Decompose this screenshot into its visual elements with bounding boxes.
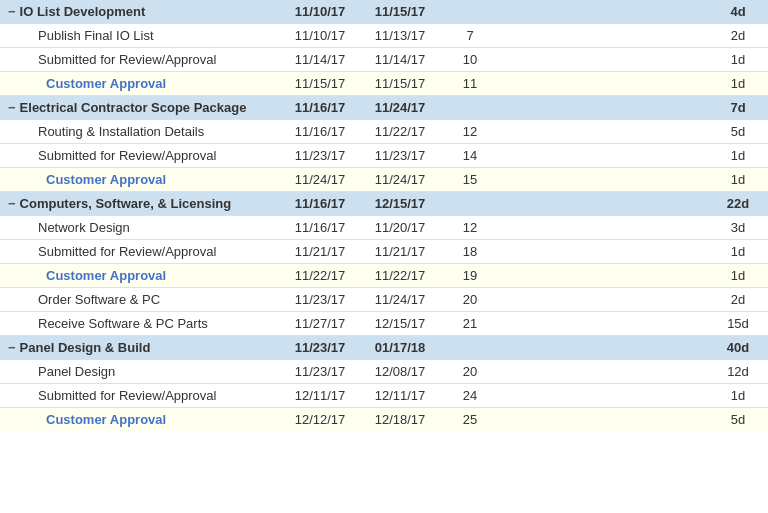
group-name: −Computers, Software, & Licensing <box>0 192 280 216</box>
spacer <box>500 48 708 72</box>
duration: 3d <box>708 216 768 240</box>
spacer <box>500 24 708 48</box>
predecessor: 20 <box>440 288 500 312</box>
duration: 2d <box>708 24 768 48</box>
start-date: 11/27/17 <box>280 312 360 336</box>
finish-date: 11/21/17 <box>360 240 440 264</box>
start-date: 11/16/17 <box>280 192 360 216</box>
predecessor: 15 <box>440 168 500 192</box>
spacer <box>500 312 708 336</box>
finish-date: 01/17/18 <box>360 336 440 360</box>
predecessor: 19 <box>440 264 500 288</box>
start-date: 11/21/17 <box>280 240 360 264</box>
task-name: Receive Software & PC Parts <box>0 312 280 336</box>
finish-date: 11/23/17 <box>360 144 440 168</box>
approval-name: Customer Approval <box>0 72 280 96</box>
predecessor: 11 <box>440 72 500 96</box>
task-name: Order Software & PC <box>0 288 280 312</box>
duration: 7d <box>708 96 768 120</box>
collapse-icon[interactable]: − <box>8 340 16 355</box>
task-name: Submitted for Review/Approval <box>0 48 280 72</box>
start-date: 11/22/17 <box>280 264 360 288</box>
task-name: Panel Design <box>0 360 280 384</box>
start-date: 11/23/17 <box>280 360 360 384</box>
group-name: −IO List Development <box>0 0 280 24</box>
duration: 1d <box>708 264 768 288</box>
finish-date: 11/24/17 <box>360 168 440 192</box>
predecessor: 24 <box>440 384 500 408</box>
duration: 12d <box>708 360 768 384</box>
collapse-icon[interactable]: − <box>8 196 16 211</box>
task-name: Routing & Installation Details <box>0 120 280 144</box>
task-name: Submitted for Review/Approval <box>0 240 280 264</box>
spacer <box>500 168 708 192</box>
finish-date: 12/15/17 <box>360 192 440 216</box>
task-name: Submitted for Review/Approval <box>0 144 280 168</box>
predecessor <box>440 336 500 360</box>
start-date: 11/16/17 <box>280 120 360 144</box>
collapse-icon[interactable]: − <box>8 100 16 115</box>
start-date: 11/16/17 <box>280 216 360 240</box>
finish-date: 11/20/17 <box>360 216 440 240</box>
predecessor <box>440 0 500 24</box>
duration: 15d <box>708 312 768 336</box>
collapse-icon[interactable]: − <box>8 4 16 19</box>
predecessor: 18 <box>440 240 500 264</box>
spacer <box>500 72 708 96</box>
start-date: 11/23/17 <box>280 336 360 360</box>
approval-name: Customer Approval <box>0 264 280 288</box>
task-name: Publish Final IO List <box>0 24 280 48</box>
group-name: −Electrical Contractor Scope Package <box>0 96 280 120</box>
spacer <box>500 96 708 120</box>
start-date: 11/23/17 <box>280 144 360 168</box>
duration: 1d <box>708 144 768 168</box>
group-name: −Panel Design & Build <box>0 336 280 360</box>
task-name: Submitted for Review/Approval <box>0 384 280 408</box>
predecessor: 14 <box>440 144 500 168</box>
spacer <box>500 336 708 360</box>
finish-date: 11/24/17 <box>360 288 440 312</box>
spacer <box>500 192 708 216</box>
finish-date: 11/15/17 <box>360 0 440 24</box>
finish-date: 11/24/17 <box>360 96 440 120</box>
duration: 1d <box>708 384 768 408</box>
start-date: 12/12/17 <box>280 408 360 432</box>
duration: 4d <box>708 0 768 24</box>
start-date: 11/10/17 <box>280 24 360 48</box>
approval-name: Customer Approval <box>0 408 280 432</box>
start-date: 11/23/17 <box>280 288 360 312</box>
duration: 1d <box>708 72 768 96</box>
spacer <box>500 384 708 408</box>
task-name: Network Design <box>0 216 280 240</box>
duration: 1d <box>708 168 768 192</box>
duration: 5d <box>708 120 768 144</box>
finish-date: 12/08/17 <box>360 360 440 384</box>
finish-date: 11/22/17 <box>360 120 440 144</box>
spacer <box>500 0 708 24</box>
predecessor: 7 <box>440 24 500 48</box>
predecessor: 12 <box>440 120 500 144</box>
spacer <box>500 120 708 144</box>
finish-date: 11/22/17 <box>360 264 440 288</box>
duration: 22d <box>708 192 768 216</box>
finish-date: 12/18/17 <box>360 408 440 432</box>
start-date: 11/15/17 <box>280 72 360 96</box>
duration: 1d <box>708 48 768 72</box>
predecessor <box>440 192 500 216</box>
spacer <box>500 360 708 384</box>
start-date: 11/14/17 <box>280 48 360 72</box>
start-date: 11/16/17 <box>280 96 360 120</box>
start-date: 11/24/17 <box>280 168 360 192</box>
predecessor: 20 <box>440 360 500 384</box>
duration: 5d <box>708 408 768 432</box>
spacer <box>500 408 708 432</box>
approval-name: Customer Approval <box>0 168 280 192</box>
spacer <box>500 288 708 312</box>
finish-date: 12/15/17 <box>360 312 440 336</box>
start-date: 12/11/17 <box>280 384 360 408</box>
predecessor: 21 <box>440 312 500 336</box>
predecessor: 10 <box>440 48 500 72</box>
duration: 2d <box>708 288 768 312</box>
predecessor: 12 <box>440 216 500 240</box>
spacer <box>500 144 708 168</box>
